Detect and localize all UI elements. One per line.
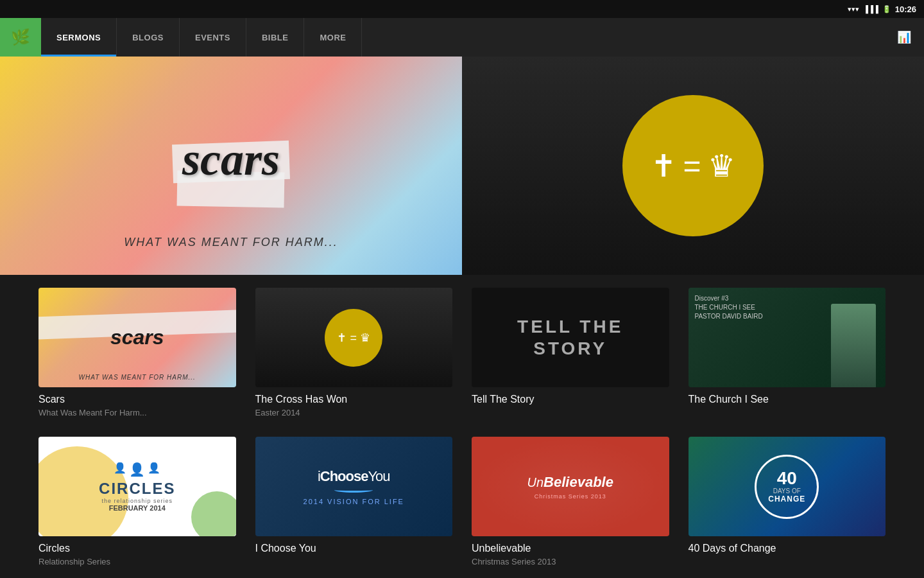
signal-icon: ▐▐▐ [863, 5, 878, 13]
unbelievable-card-title: Unbelievable [472, 543, 669, 554]
thumb-ichoose-bg: iChooseYou 2014 VISION FOR LIFE [255, 437, 453, 536]
sermon-card-ichoose[interactable]: iChooseYou 2014 VISION FOR LIFE I Choose… [255, 437, 453, 566]
main-content: scars WHAT WAS MEANT FOR HARM... ✝ = ♛ [0, 57, 924, 578]
thumb-40days-bg: 40 DAYS OF CHANGE [689, 437, 886, 536]
scars-card-subtitle: What Was Meant For Harm... [38, 408, 236, 417]
chart-icon: 📊 [897, 31, 911, 44]
circles-green-circle [191, 491, 236, 536]
cross-equals-crown: ✝ = ♛ [651, 148, 735, 184]
status-bar: ▾▾▾ ▐▐▐ 🔋 10:26 [0, 0, 924, 18]
sermon-thumb-cross: ✝ = ♛ [255, 288, 453, 387]
circles-series-text: the relationship series [99, 498, 175, 504]
unbelievable-card-subtitle: Christmas Series 2013 [472, 557, 669, 566]
circles-person-2: 👤 [129, 462, 145, 477]
days-change-text: CHANGE [768, 495, 805, 504]
status-time: 10:26 [895, 4, 916, 14]
sermon-thumb-tell: TELL THESTORY [472, 288, 669, 387]
cross-card-subtitle: Easter 2014 [255, 408, 453, 417]
sermon-thumb-scars: scars WHAT WAS MEANT FOR HARM... [38, 288, 236, 387]
scars-subtitle: WHAT WAS MEANT FOR HARM... [124, 236, 338, 249]
sermon-thumb-circles: 👤 👤 👤 CIRCLES the relationship series FE… [38, 437, 236, 536]
battery-icon: 🔋 [882, 5, 891, 13]
unbelievable-overlay [472, 437, 669, 536]
thumb-cross-symbol: ✝ = ♛ [337, 331, 370, 345]
sermon-card-circles[interactable]: 👤 👤 👤 CIRCLES the relationship series FE… [38, 437, 236, 566]
sermon-card-scars[interactable]: scars WHAT WAS MEANT FOR HARM... Scars W… [38, 288, 236, 417]
church-person-silhouette [831, 304, 876, 387]
app-logo[interactable]: 🌿 [0, 18, 41, 57]
days-of-text: DAYS OF [773, 487, 801, 495]
sermon-card-cross[interactable]: ✝ = ♛ The Cross Has Won Easter 2014 [255, 288, 453, 417]
church-card-title: The Church I See [689, 394, 886, 405]
status-bar-content: ▾▾▾ ▐▐▐ 🔋 10:26 [796, 0, 924, 18]
sermon-grid: scars WHAT WAS MEANT FOR HARM... Scars W… [38, 288, 886, 417]
nav-item-sermons[interactable]: SERMONS [41, 18, 117, 57]
wifi-icon: ▾▾▾ [848, 5, 859, 13]
thumb-scars-bg: scars WHAT WAS MEANT FOR HARM... [38, 288, 236, 387]
scars-background: scars WHAT WAS MEANT FOR HARM... [0, 57, 462, 275]
chart-icon-button[interactable]: 📊 [897, 30, 924, 44]
sermon-card-unbelievable[interactable]: UnBelievable Christmas Series 2013 Unbel… [472, 437, 669, 566]
ichoose-card-title: I Choose You [255, 543, 453, 554]
sermon-thumb-church: Discover #3THE CHURCH I SEEPASTOR DAVID … [689, 288, 886, 387]
circles-card-title: Circles [38, 543, 236, 554]
featured-cross[interactable]: ✝ = ♛ [462, 57, 924, 275]
thumb-scars-title: scars [110, 326, 164, 349]
sermon-thumb-40days: 40 DAYS OF CHANGE [689, 437, 886, 536]
sermon-grid-row1: scars WHAT WAS MEANT FOR HARM... Scars W… [0, 275, 924, 578]
crown-icon: ♛ [708, 148, 735, 184]
logo-icon: 🌿 [11, 28, 30, 46]
nav-item-more[interactable]: MORE [304, 18, 362, 57]
thumb-church-text: Discover #3THE CHURCH I SEEPASTOR DAVID … [695, 294, 763, 321]
circles-date-text: FEBRUARY 2014 [99, 504, 175, 512]
main-header: 🌿 SERMONS BLOGS EVENTS BIBLE MORE 📊 [0, 18, 924, 57]
scars-card-title: Scars [38, 394, 236, 405]
thumb-cross-bg: ✝ = ♛ [255, 288, 453, 387]
cross-card-title: The Cross Has Won [255, 394, 453, 405]
scars-text-wrapper: scars [182, 136, 280, 182]
featured-scars[interactable]: scars WHAT WAS MEANT FOR HARM... [0, 57, 462, 275]
40days-card-title: 40 Days of Change [689, 543, 886, 554]
thumb-scars-sub: WHAT WAS MEANT FOR HARM... [79, 374, 196, 381]
thumb-church-bg: Discover #3THE CHURCH I SEEPASTOR DAVID … [689, 288, 886, 387]
ichoose-logo: iChooseYou [318, 468, 390, 485]
sermon-grid-row2: 👤 👤 👤 CIRCLES the relationship series FE… [38, 437, 886, 566]
circles-person-icons: 👤 👤 👤 [99, 462, 175, 477]
circles-main-title: CIRCLES [99, 480, 175, 498]
tell-card-title: Tell The Story [472, 394, 669, 405]
scars-title: scars [182, 136, 280, 182]
sermon-card-church[interactable]: Discover #3THE CHURCH I SEEPASTOR DAVID … [689, 288, 886, 417]
cross-icon: ✝ [651, 148, 676, 184]
circles-person-3: 👤 [148, 462, 160, 477]
days-40-text: 40 [777, 469, 797, 487]
ichoose-subtitle: 2014 VISION FOR LIFE [304, 498, 404, 505]
sermon-thumb-unbelievable: UnBelievable Christmas Series 2013 [472, 437, 669, 536]
ichoose-wave [334, 487, 373, 493]
equals-sign: = [683, 148, 701, 184]
nav-item-events[interactable]: EVENTS [180, 18, 246, 57]
thumb-circles-bg: 👤 👤 👤 CIRCLES the relationship series FE… [38, 437, 236, 536]
thumb-tell-text: TELL THESTORY [517, 316, 623, 359]
featured-banner: scars WHAT WAS MEANT FOR HARM... ✝ = ♛ [0, 57, 924, 275]
main-nav: SERMONS BLOGS EVENTS BIBLE MORE [41, 18, 897, 57]
sermon-card-40days[interactable]: 40 DAYS OF CHANGE 40 Days of Change [689, 437, 886, 566]
sermon-card-tell[interactable]: TELL THESTORY Tell The Story [472, 288, 669, 417]
cross-circle: ✝ = ♛ [622, 95, 764, 236]
circles-card-subtitle: Relationship Series [38, 557, 236, 566]
thumb-tell-bg: TELL THESTORY [472, 288, 669, 387]
nav-item-blogs[interactable]: BLOGS [117, 18, 180, 57]
thumb-unbelievable-bg: UnBelievable Christmas Series 2013 [472, 437, 669, 536]
cross-background: ✝ = ♛ [462, 57, 924, 275]
circles-text-block: 👤 👤 👤 CIRCLES the relationship series FE… [99, 462, 175, 512]
circles-person-1: 👤 [114, 462, 126, 477]
thumb-cross-circle: ✝ = ♛ [325, 309, 382, 367]
sermon-thumb-ichoose: iChooseYou 2014 VISION FOR LIFE [255, 437, 453, 536]
nav-item-bible[interactable]: BIBLE [246, 18, 305, 57]
days-circle: 40 DAYS OF CHANGE [755, 455, 819, 519]
